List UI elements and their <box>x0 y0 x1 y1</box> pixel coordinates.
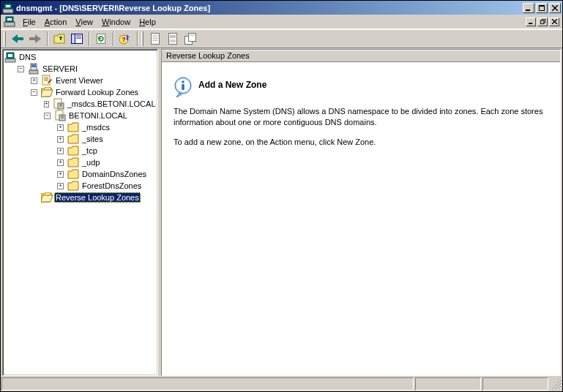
svg-rect-17 <box>72 34 75 44</box>
tree-node-label: BETONI.LOCAL <box>67 111 129 120</box>
menu-view-label: iew <box>81 18 93 26</box>
maximize-button[interactable] <box>536 3 548 13</box>
tree-node-event-viewer[interactable]: + Event Viewer <box>31 75 156 86</box>
tree-node-server[interactable]: − SERVERI <box>18 63 156 75</box>
expand-icon[interactable]: + <box>44 101 49 108</box>
expand-icon[interactable]: + <box>57 136 64 143</box>
tree: DNS − SERVERI + Event Vie <box>4 51 156 203</box>
svg-rect-27 <box>169 34 177 45</box>
menu-help-label: elp <box>145 18 156 26</box>
toolbar-separator <box>47 31 48 46</box>
refresh-button[interactable] <box>93 31 109 47</box>
svg-rect-32 <box>189 34 196 42</box>
tree-node-flz[interactable]: − Forward Lookup Zones <box>31 86 156 98</box>
tree-node-label: SERVERI <box>41 64 79 73</box>
tree-pane[interactable]: DNS − SERVERI + Event Vie <box>2 49 158 376</box>
tool-button-2[interactable] <box>165 31 181 47</box>
menu-window[interactable]: Window <box>97 16 135 28</box>
twisty-empty <box>31 195 37 201</box>
tree-node-label: _tcp <box>81 146 99 155</box>
up-button[interactable] <box>51 31 67 47</box>
close-button[interactable] <box>549 3 561 13</box>
expand-icon[interactable]: + <box>57 159 64 166</box>
tree-node-label: Reverse Lookup Zones <box>54 192 141 203</box>
tree-node-tcp[interactable]: +_tcp <box>57 145 156 157</box>
tree-node-label: DNS <box>18 53 37 61</box>
tree-node-rlz[interactable]: Reverse Lookup Zones <box>31 192 156 203</box>
mdi-minimize-button[interactable] <box>526 18 536 26</box>
tree-node-sites[interactable]: +_sites <box>57 133 156 145</box>
client-area: DNS − SERVERI + Event Vie <box>2 49 561 376</box>
tree-node-label: _msdcs.BETONI.LOCAL <box>66 99 157 108</box>
toolbar-handle[interactable] <box>4 31 6 46</box>
tree-node-label: ForestDnsZones <box>81 181 143 190</box>
tree-node-label: Event Viewer <box>54 76 105 85</box>
svg-rect-39 <box>31 64 36 67</box>
event-viewer-icon <box>41 75 53 86</box>
svg-rect-10 <box>7 18 12 20</box>
tree-node-label: Forward Lookup Zones <box>54 88 140 97</box>
tree-node-label: _sites <box>81 135 105 143</box>
tree-node-msdcs-betoni[interactable]: + _msdcs.BETONI.LOCAL <box>44 98 156 110</box>
svg-rect-11 <box>529 23 532 24</box>
collapse-icon[interactable]: − <box>31 89 37 96</box>
content-paragraph-1: The Domain Name System (DNS) allows a DN… <box>174 106 548 128</box>
svg-rect-28 <box>170 35 176 38</box>
info-block: Add a New Zone <box>174 77 548 94</box>
menu-view[interactable]: View <box>71 16 97 28</box>
svg-rect-13 <box>540 20 543 23</box>
svg-text:?: ? <box>122 36 126 43</box>
expand-icon[interactable]: + <box>57 183 64 189</box>
folder-icon <box>67 133 79 145</box>
mdi-close-button[interactable] <box>549 18 559 26</box>
expand-icon[interactable]: + <box>57 171 64 178</box>
tree-node-forestdns[interactable]: +ForestDnsZones <box>57 180 156 192</box>
svg-rect-23 <box>152 34 160 45</box>
menu-action[interactable]: Action <box>40 16 72 28</box>
window-controls <box>523 3 561 13</box>
expand-icon[interactable]: + <box>57 148 64 154</box>
tree-node-msdcs[interactable]: +_msdcs <box>57 121 156 133</box>
tree-node-betoni-local[interactable]: − BETONI.LOCAL <box>44 110 156 121</box>
title-bar: dnsmgmt - [DNS\SERVERI\Reverse Lookup Zo… <box>1 1 562 15</box>
status-pane-2 <box>415 377 481 391</box>
collapse-icon[interactable]: − <box>18 66 24 72</box>
status-pane-3 <box>482 377 548 391</box>
server-icon <box>28 63 40 75</box>
mdi-app-icon[interactable] <box>4 15 15 29</box>
dns-icon <box>4 51 16 63</box>
info-title: Add a New Zone <box>198 77 266 90</box>
menu-help[interactable]: Help <box>135 16 160 28</box>
mdi-restore-button[interactable] <box>537 18 548 26</box>
tool-button-3[interactable] <box>182 31 198 47</box>
forward-button[interactable] <box>27 31 43 47</box>
help-button[interactable]: ? <box>117 31 133 47</box>
tree-node-label: _udp <box>81 158 101 167</box>
tool-button-1[interactable] <box>147 31 163 47</box>
menu-file[interactable]: File <box>18 16 40 28</box>
expand-icon[interactable]: + <box>57 124 64 131</box>
toolbar-separator <box>89 31 89 46</box>
folder-icon <box>67 180 79 192</box>
minimize-button[interactable] <box>523 3 534 13</box>
show-hide-tree-button[interactable] <box>69 31 85 47</box>
resize-grip[interactable] <box>550 377 562 391</box>
status-bar <box>1 377 562 391</box>
menu-bar: File Action View Window Help <box>1 15 562 29</box>
svg-rect-8 <box>4 22 15 26</box>
back-button[interactable] <box>10 31 26 47</box>
collapse-icon[interactable]: − <box>44 113 51 119</box>
status-pane-main <box>1 377 414 391</box>
content-header[interactable]: Reverse Lookup Zones <box>162 50 560 62</box>
toolbar: ? <box>1 29 562 48</box>
toolbar-handle[interactable] <box>141 31 143 46</box>
svg-rect-34 <box>5 59 15 62</box>
folder-open-icon <box>41 86 53 98</box>
svg-rect-55 <box>182 84 184 90</box>
zone-icon <box>54 110 66 121</box>
tree-node-dns[interactable]: DNS <box>4 51 156 63</box>
expand-icon[interactable]: + <box>31 78 37 84</box>
content-paragraph-2: To add a new zone, on the Action menu, c… <box>174 137 548 148</box>
tree-node-domaindns[interactable]: +DomainDnsZones <box>57 168 156 180</box>
tree-node-udp[interactable]: +_udp <box>57 157 156 168</box>
